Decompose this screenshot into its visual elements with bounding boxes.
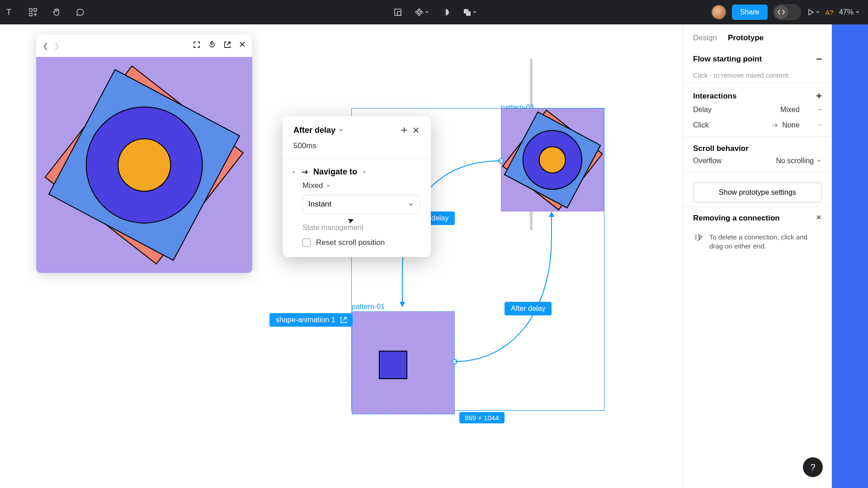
canvas[interactable]: ❮ ❯ pattern-03 bbox=[0, 24, 719, 488]
tab-design[interactable]: Design bbox=[693, 33, 717, 42]
chevron-down-icon bbox=[338, 127, 344, 133]
frame-label-pattern01[interactable]: pattern-01 bbox=[352, 303, 385, 311]
open-external-icon[interactable] bbox=[223, 41, 231, 51]
zoom-level[interactable]: 47% bbox=[839, 8, 860, 16]
add-action-button[interactable] bbox=[398, 124, 410, 136]
chevron-down-icon bbox=[326, 183, 331, 188]
remove-connection-title: Removing a connection bbox=[693, 214, 780, 223]
topbar: T Share A? 47% bbox=[0, 0, 868, 24]
svg-rect-8 bbox=[466, 11, 471, 16]
drag-connection-icon bbox=[693, 233, 703, 251]
chevron-down-icon bbox=[408, 201, 414, 207]
devmode-toggle[interactable] bbox=[773, 4, 801, 20]
scroll-section-title: Scroll behavior bbox=[693, 144, 749, 153]
interactions-section-title: Interactions bbox=[693, 92, 736, 101]
fit-icon[interactable] bbox=[193, 41, 201, 51]
missing-fonts-badge[interactable]: A? bbox=[826, 9, 834, 16]
frame-pattern01[interactable] bbox=[352, 311, 455, 414]
tab-prototype[interactable]: Prototype bbox=[728, 33, 764, 42]
action-dropdown[interactable]: Navigate to bbox=[283, 163, 431, 178]
frame-tool-icon[interactable] bbox=[389, 4, 406, 21]
code-icon bbox=[774, 5, 788, 19]
restart-icon[interactable] bbox=[208, 41, 216, 51]
component-tool-icon[interactable] bbox=[413, 4, 431, 21]
animation-select[interactable]: Instant bbox=[302, 195, 420, 214]
state-management-label: State management bbox=[283, 214, 431, 235]
interaction-badge[interactable]: After delay bbox=[505, 302, 552, 315]
chevron-down-icon bbox=[816, 158, 822, 164]
trigger-dropdown[interactable]: After delay bbox=[293, 126, 344, 135]
share-button[interactable]: Share bbox=[732, 5, 768, 20]
zoom-value: 47% bbox=[839, 8, 854, 16]
collapse-icon bbox=[292, 170, 296, 174]
svg-rect-5 bbox=[397, 12, 401, 15]
show-prototype-settings-button[interactable]: Show prototype settings bbox=[693, 183, 822, 202]
hand-tool-icon[interactable] bbox=[48, 4, 65, 21]
flow-section-title: Flow starting point bbox=[693, 55, 762, 64]
svg-rect-2 bbox=[34, 9, 37, 11]
interaction-details-panel: After delay 500ms Navigate to Mixed Inst… bbox=[283, 116, 431, 257]
remove-flow-button[interactable]: − bbox=[816, 53, 822, 65]
remove-interaction-icon[interactable]: − bbox=[818, 121, 822, 129]
arrow-right-icon bbox=[771, 122, 778, 129]
open-external-icon bbox=[340, 316, 347, 324]
remove-interaction-icon[interactable]: − bbox=[818, 106, 822, 114]
text-tool-icon[interactable]: T bbox=[1, 4, 18, 21]
flow-start-label: shape-animation 1 bbox=[276, 316, 335, 324]
close-preview-icon[interactable] bbox=[239, 41, 246, 51]
preview-viewport bbox=[36, 57, 252, 273]
add-interaction-button[interactable]: + bbox=[816, 90, 822, 102]
dismiss-tip-button[interactable] bbox=[816, 214, 822, 223]
checkbox-icon bbox=[302, 239, 311, 247]
delay-value[interactable]: 500ms bbox=[283, 137, 431, 155]
remove-connection-tip: To delete a connection, click and drag o… bbox=[709, 233, 822, 251]
connection-handle[interactable] bbox=[452, 359, 458, 364]
svg-text:T: T bbox=[6, 8, 11, 17]
svg-rect-1 bbox=[29, 9, 32, 11]
properties-panel: Design Prototype Flow starting point − C… bbox=[683, 24, 832, 488]
present-button[interactable] bbox=[807, 8, 820, 16]
avatar[interactable] bbox=[711, 5, 726, 20]
overflow-row[interactable]: Overflow No scrolling bbox=[693, 153, 822, 169]
navigate-icon bbox=[301, 168, 309, 176]
animation-value: Instant bbox=[308, 200, 331, 209]
connection-handle[interactable] bbox=[498, 158, 504, 164]
flow-start-badge[interactable]: shape-animation 1 bbox=[269, 313, 353, 327]
interaction-row-delay[interactable]: Delay Mixed − bbox=[693, 102, 822, 117]
interaction-row-click[interactable]: Click None − bbox=[693, 117, 822, 133]
resources-icon[interactable] bbox=[24, 4, 42, 21]
chevron-down-icon bbox=[362, 169, 367, 175]
destination-dropdown[interactable]: Mixed bbox=[283, 178, 431, 192]
selection-dimensions: 869 × 1044 bbox=[459, 412, 505, 423]
comment-tool-icon[interactable] bbox=[71, 4, 89, 21]
svg-rect-4 bbox=[395, 9, 401, 15]
svg-rect-3 bbox=[29, 13, 32, 16]
back-icon[interactable]: ❮ bbox=[42, 42, 48, 50]
mask-tool-icon[interactable] bbox=[437, 4, 454, 21]
close-panel-button[interactable] bbox=[410, 124, 422, 136]
boolean-tool-icon[interactable] bbox=[461, 4, 479, 21]
help-button[interactable]: ? bbox=[803, 457, 823, 477]
flow-hint: Click - to remove mixed content. bbox=[693, 71, 822, 79]
forward-icon: ❯ bbox=[54, 42, 60, 50]
right-blue-strip bbox=[832, 0, 868, 488]
reset-scroll-checkbox[interactable]: Reset scroll position bbox=[283, 235, 431, 247]
frame-pattern03[interactable] bbox=[501, 108, 604, 211]
preview-window: ❮ ❯ bbox=[36, 34, 252, 273]
